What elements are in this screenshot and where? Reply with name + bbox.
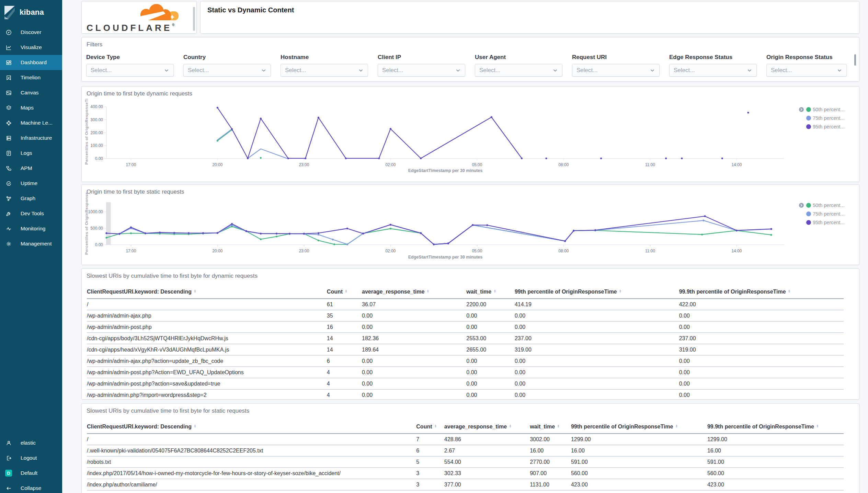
series-line <box>217 130 232 141</box>
value-cell: 0.00 <box>515 321 679 333</box>
sidebar-item-graph[interactable]: Graph <box>0 191 62 206</box>
value-cell: 0.00 <box>362 355 466 367</box>
sidebar-item-management[interactable]: Management <box>0 236 62 251</box>
sidebar-item-apm[interactable]: APM <box>0 161 62 176</box>
select-placeholder: Select... <box>674 67 695 74</box>
value-cell: 2553.00 <box>466 333 515 344</box>
column-header-wait-time[interactable]: wait_time▲▼ <box>530 420 571 434</box>
sidebar-item-machine-le[interactable]: Machine Le... <box>0 115 62 130</box>
cloudflare-wordmark: CLOUDFLARE® <box>87 23 196 33</box>
legend-item-50th-percent[interactable]: 50th percent... <box>806 107 845 112</box>
filter-select-request-uri[interactable]: Select... <box>572 64 660 77</box>
svg-text:50th percent...: 50th percent... <box>813 203 845 208</box>
sidebar-item-logout[interactable]: Logout <box>0 450 62 466</box>
sidebar-item-visualize[interactable]: Visualize <box>0 40 62 55</box>
legend-toggle-icon[interactable] <box>799 107 804 112</box>
column-header-99-9th-percentile-of-originresponsetime[interactable]: 99.9th percentile of OriginResponseTime▲… <box>679 285 844 299</box>
column-header-label: ClientRequestURI.keyword: Descending <box>87 289 192 295</box>
filter-select-user-agent[interactable]: Select... <box>475 64 562 77</box>
svg-text:14:00: 14:00 <box>731 162 742 167</box>
table-row: /6136.072200.00414.19422.00 <box>87 299 844 310</box>
filter-select-country[interactable]: Select... <box>183 64 271 77</box>
filter-select-device-type[interactable]: Select... <box>86 64 174 77</box>
uptime-icon <box>6 181 12 186</box>
value-cell: 1131.00 <box>530 479 571 490</box>
value-cell: 1299.00 <box>571 434 707 445</box>
value-cell: 422.00 <box>679 299 844 310</box>
column-header-clientrequesturi-keyword-descending[interactable]: ClientRequestURI.keyword: Descending▲▼ <box>87 420 416 434</box>
svg-text:14:00: 14:00 <box>731 249 742 253</box>
legend-item-75th-percent[interactable]: 75th percent... <box>806 211 845 217</box>
slowest-uris-static-table: ClientRequestURI.keyword: Descending▲▼Co… <box>87 420 844 491</box>
kibana-brand[interactable]: kibana <box>0 0 62 25</box>
sidebar-item-default[interactable]: DDefault <box>0 466 62 481</box>
sidebar-item-label: Visualize <box>21 44 42 50</box>
series-line <box>217 108 522 159</box>
sidebar-item-uptime[interactable]: Uptime <box>0 176 62 191</box>
svg-text:23:00: 23:00 <box>299 162 309 167</box>
column-header-wait-time[interactable]: wait_time▲▼ <box>466 285 515 299</box>
svg-text:11:00: 11:00 <box>645 162 655 167</box>
value-cell: 182.36 <box>362 333 466 344</box>
svg-text:0.00: 0.00 <box>95 156 103 161</box>
column-header-count[interactable]: Count▲▼ <box>327 285 362 299</box>
sidebar-item-label: Discover <box>21 29 41 35</box>
sidebar-item-canvas[interactable]: Canvas <box>0 85 62 100</box>
column-header-label: 99.9th percentile of OriginResponseTime <box>707 424 814 429</box>
legend-item-50th-percent[interactable]: 50th percent... <box>806 203 845 208</box>
sidebar-item-collapse[interactable]: Collapse <box>0 481 62 493</box>
user-icon <box>6 440 12 446</box>
column-header-99th-percentile-of-originresponsetime[interactable]: 99th percentile of OriginResponseTime▲▼ <box>515 285 679 299</box>
sidebar-item-timelion[interactable]: Timelion <box>0 70 62 85</box>
legend-item-95th-percent[interactable]: 95th percent... <box>806 124 845 129</box>
svg-text:11:00: 11:00 <box>645 249 655 253</box>
column-header-average-response-time[interactable]: average_response_time▲▼ <box>362 285 466 299</box>
value-cell: 3002.00 <box>530 434 571 445</box>
sidebar-item-infrastructure[interactable]: Infrastructure <box>0 130 62 146</box>
sidebar-item-label: Infrastructure <box>21 135 52 141</box>
dashboard-title: Static vs Dynamic Content <box>207 6 294 14</box>
table-row: /.well-known/pki-validation/054075F6A27B… <box>87 445 844 456</box>
value-cell: 319.00 <box>679 344 844 355</box>
sidebar-item-logs[interactable]: Logs <box>0 146 62 161</box>
sidebar-item-monitoring[interactable]: Monitoring <box>0 221 62 236</box>
value-cell: 0.00 <box>362 367 466 378</box>
legend-item-95th-percent[interactable]: 95th percent... <box>806 220 845 225</box>
sidebar-item-discover[interactable]: Discover <box>0 25 62 40</box>
filter-select-client-ip[interactable]: Select... <box>378 64 465 77</box>
column-header-count[interactable]: Count▲▼ <box>416 420 444 434</box>
sidebar-item-label: Dev Tools <box>21 210 44 217</box>
svg-text:05:00: 05:00 <box>472 162 482 167</box>
column-header-99th-percentile-of-originresponsetime[interactable]: 99th percentile of OriginResponseTime▲▼ <box>571 420 707 434</box>
filter-select-origin-response-status[interactable]: Select... <box>766 64 847 77</box>
table-row: /wp-admin/admin-post.php?Action=EWD_UFAQ… <box>87 367 844 378</box>
column-header-99-9th-percentile-of-originresponsetime[interactable]: 99.9th percentile of OriginResponseTime▲… <box>707 420 844 434</box>
column-header-clientrequesturi-keyword-descending[interactable]: ClientRequestURI.keyword: Descending▲▼ <box>87 285 327 299</box>
chart-legend: 50th percent...75th percent...95th perce… <box>799 107 845 129</box>
uri-cell: /.well-known/pki-validation/054075F6A27B… <box>87 445 416 456</box>
sidebar-item-dashboard[interactable]: Dashboard <box>0 55 62 70</box>
value-cell: 4 <box>327 378 362 389</box>
filter-select-hostname[interactable]: Select... <box>281 64 368 77</box>
graph-icon <box>6 196 12 202</box>
legend-item-75th-percent[interactable]: 75th percent... <box>806 115 845 121</box>
value-cell: 16.00 <box>707 445 844 456</box>
filter-select-edge-response-status[interactable]: Select... <box>669 64 757 77</box>
filter-label: Hostname <box>281 54 378 61</box>
value-cell: 319.00 <box>515 344 679 355</box>
sidebar-item-elastic[interactable]: elastic <box>0 435 62 450</box>
timelion-icon <box>6 75 12 81</box>
logo-panel-scrollbar[interactable] <box>193 7 195 31</box>
filters-panel-scrollbar[interactable] <box>854 54 856 66</box>
dashboard-title-panel: Static vs Dynamic Content <box>200 1 859 34</box>
column-header-label: 99th percentile of OriginResponseTime <box>571 424 673 429</box>
sidebar-item-dev-tools[interactable]: Dev Tools <box>0 206 62 221</box>
svg-text:EdgeStartTimestamp per 30 minu: EdgeStartTimestamp per 30 minutes <box>408 168 483 173</box>
legend-toggle-icon[interactable] <box>799 203 804 208</box>
sidebar-item-label: Collapse <box>21 485 41 491</box>
value-cell: 0.00 <box>466 389 515 399</box>
sidebar-item-maps[interactable]: Maps <box>0 100 62 115</box>
column-header-average-response-time[interactable]: average_response_time▲▼ <box>444 420 530 434</box>
select-placeholder: Select... <box>91 67 112 74</box>
sidebar-item-label: Logout <box>21 455 37 461</box>
